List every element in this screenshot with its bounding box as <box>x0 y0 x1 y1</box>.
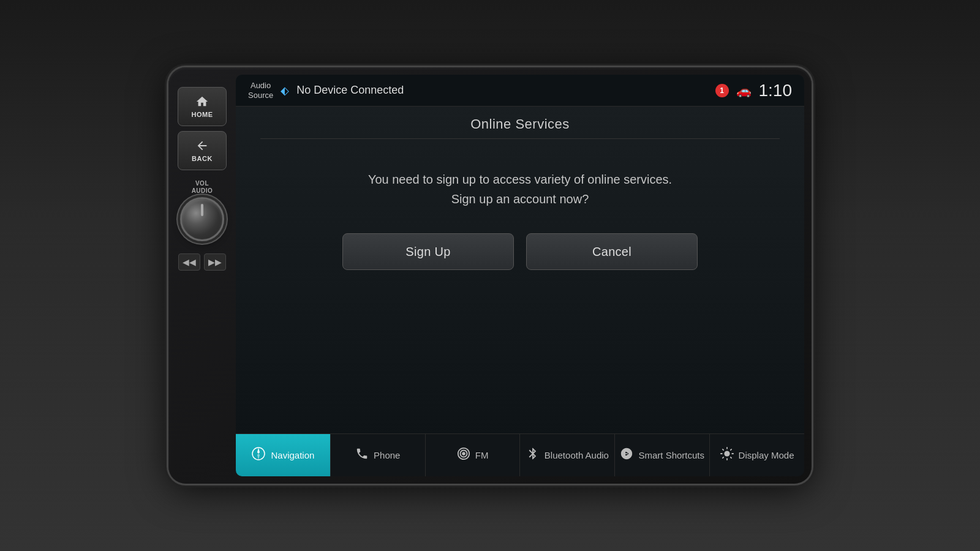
nav-item-display-mode[interactable]: Display Mode <box>710 434 804 476</box>
svg-point-3 <box>724 451 729 456</box>
fm-icon <box>457 447 470 463</box>
no-device-text: No Device Connected <box>296 84 707 97</box>
volume-knob[interactable] <box>180 197 224 241</box>
display-mode-icon <box>720 447 734 463</box>
action-buttons: Sign Up Cancel <box>260 233 780 270</box>
notification-badge: 1 <box>715 84 729 97</box>
bluetooth-icon: ⬖ <box>281 84 289 97</box>
bluetooth-audio-icon <box>526 447 540 463</box>
status-bar: Audio Source ⬖ No Device Connected 1 🚗 1… <box>236 75 804 107</box>
volume-knob-section: VOL AUDIO <box>180 180 224 241</box>
page-title: Online Services <box>470 116 570 132</box>
left-controls: HOME BACK VOL AUDIO ◀◀ ▶▶ <box>168 75 236 476</box>
audio-source-label: Audio Source <box>248 81 273 100</box>
nav-item-fm[interactable]: FM <box>426 434 521 476</box>
main-content: Online Services You need to sign up to a… <box>236 107 804 433</box>
phone-icon <box>355 447 369 463</box>
fm-svg <box>457 447 470 460</box>
nav-label-fm: FM <box>475 450 489 461</box>
nav-label-display-mode: Display Mode <box>739 450 794 461</box>
navigation-icon <box>251 446 266 464</box>
home-label: HOME <box>192 111 213 118</box>
phone-svg <box>355 447 369 460</box>
nav-item-phone[interactable]: Phone <box>331 434 426 476</box>
nav-item-bluetooth-audio[interactable]: Bluetooth Audio <box>520 434 615 476</box>
screen: Audio Source ⬖ No Device Connected 1 🚗 1… <box>236 75 804 476</box>
nav-label-smart-shortcuts: Smart Shortcuts <box>638 450 704 461</box>
message-text: You need to sign up to access variety of… <box>368 170 672 209</box>
dashboard: HOME BACK VOL AUDIO ◀◀ ▶▶ <box>0 0 980 551</box>
bottom-nav: Navigation Phone <box>236 433 804 476</box>
clock: 1:10 <box>759 81 793 100</box>
nav-item-smart-shortcuts[interactable]: Smart Shortcuts <box>615 434 710 476</box>
nav-item-navigation[interactable]: Navigation <box>236 434 331 476</box>
back-icon <box>195 139 209 152</box>
nav-label-phone: Phone <box>374 450 400 461</box>
display-svg <box>720 447 734 460</box>
shortcuts-svg <box>620 447 633 460</box>
next-track-button[interactable]: ▶▶ <box>204 253 226 271</box>
back-label: BACK <box>192 155 213 162</box>
nav-label-navigation: Navigation <box>271 450 314 461</box>
vol-label: VOL AUDIO <box>192 180 213 195</box>
home-icon <box>195 95 209 108</box>
nav-label-bluetooth-audio: Bluetooth Audio <box>545 450 609 461</box>
media-controls: ◀◀ ▶▶ <box>178 253 226 271</box>
prev-track-button[interactable]: ◀◀ <box>178 253 200 271</box>
signup-button[interactable]: Sign Up <box>342 233 514 270</box>
bluetooth-svg <box>526 447 540 460</box>
page-title-section: Online Services <box>260 116 780 139</box>
smart-shortcuts-icon <box>620 447 633 463</box>
cancel-button[interactable]: Cancel <box>526 233 698 270</box>
navigation-svg <box>251 446 266 461</box>
car-icon: 🚗 <box>736 83 752 98</box>
back-button[interactable]: BACK <box>178 131 227 170</box>
svg-point-1 <box>462 452 466 455</box>
home-button[interactable]: HOME <box>178 87 227 126</box>
infotainment-unit: HOME BACK VOL AUDIO ◀◀ ▶▶ <box>168 67 812 484</box>
